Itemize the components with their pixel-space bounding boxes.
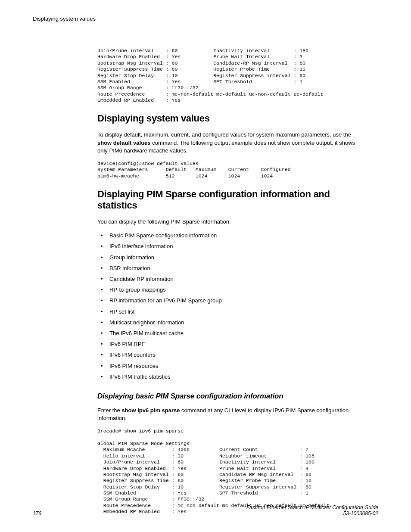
page-number: 176 bbox=[33, 510, 41, 516]
list-item: IPv6 interface information bbox=[109, 243, 365, 250]
list-item: Basic PIM Sparse configuration informati… bbox=[109, 232, 365, 240]
subsection-paragraph: Enter the show ipv6 pim sparse command a… bbox=[97, 407, 365, 422]
section-title-system-values: Displaying system values bbox=[97, 113, 365, 124]
list-item: RP-to-group mappings bbox=[109, 286, 365, 294]
para-text-before: To display default, maximum, current, an… bbox=[97, 131, 351, 138]
list-item: RP information for an IPv6 PIM Sparse gr… bbox=[109, 297, 365, 305]
code-output-1: Join/Prune interval : 60 Inactivity inte… bbox=[97, 48, 365, 103]
list-item: BSR information bbox=[109, 264, 365, 272]
page-header: Displaying system values bbox=[33, 16, 378, 22]
list-item: IPv6 PIM traffic statistics bbox=[109, 373, 365, 381]
list-item: Candidate RP information bbox=[109, 275, 365, 283]
para-text-before: Enter the bbox=[97, 407, 121, 414]
command-bold: show default values bbox=[97, 140, 151, 146]
doc-number: 53-1003085-02 bbox=[246, 510, 378, 516]
footer-doc-info: FastIron Ethernet Switch IP Multicast Co… bbox=[246, 504, 378, 516]
code-output-2: device(config)#show default values Syste… bbox=[97, 161, 365, 179]
command-bold: show ipv6 pim sparse bbox=[121, 407, 180, 414]
section1-paragraph: To display default, maximum, current, an… bbox=[97, 131, 365, 155]
page-footer: 176 FastIron Ethernet Switch IP Multicas… bbox=[33, 504, 378, 516]
list-item: Group information bbox=[109, 254, 365, 261]
list-item: RP set list bbox=[109, 308, 365, 316]
list-item: The IPv6 PIM multicast cache bbox=[109, 330, 365, 337]
pim-info-list: Basic PIM Sparse configuration informati… bbox=[97, 232, 365, 381]
section-title-pim-sparse: Displaying PIM Sparse configuration info… bbox=[97, 189, 365, 211]
list-item: IPv6 PIM counters bbox=[109, 351, 365, 359]
list-item: Multicast neighbor information bbox=[109, 319, 365, 327]
list-item: IPv6 PIM resources bbox=[109, 362, 365, 370]
subsection-title-basic-pim: Displaying basic PIM Sparse configuratio… bbox=[97, 392, 365, 401]
doc-title: FastIron Ethernet Switch IP Multicast Co… bbox=[246, 504, 378, 510]
section2-intro: You can display the following PIM Sparse… bbox=[97, 218, 365, 226]
code-output-3: Brocade# show ipv6 pim sparse Global PIM… bbox=[97, 428, 365, 515]
list-item: IPv6 PIM RPF bbox=[109, 340, 365, 348]
